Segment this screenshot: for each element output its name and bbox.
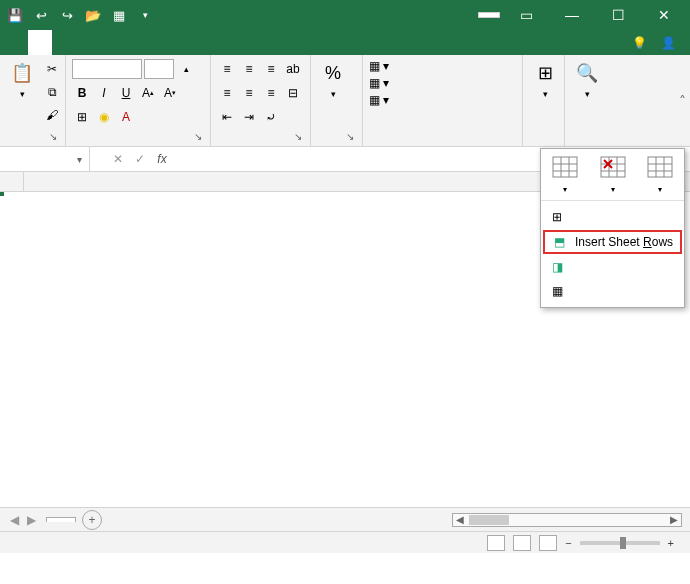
font-name-input[interactable] — [72, 59, 142, 79]
borders-icon[interactable]: ⊞ — [72, 107, 92, 127]
scroll-thumb[interactable] — [469, 515, 509, 525]
normal-view-icon[interactable] — [487, 535, 505, 551]
font-size-input[interactable] — [144, 59, 174, 79]
tell-me-button[interactable]: 💡 — [632, 36, 651, 50]
tab-help[interactable] — [196, 30, 220, 55]
redo-icon[interactable]: ↪ — [58, 6, 76, 24]
dialog-launcher-icon[interactable]: ↘ — [49, 131, 57, 142]
select-all-corner[interactable] — [0, 172, 24, 191]
ribbon: 📋 ▾ ✂ ⧉ 🖌 ↘ ▴ B I U A▴ A▾ — [0, 55, 690, 147]
cells-dropdown-panel: ▾ ▾ ▾ ⊞ ⬒ Insert Sheet Rows ◨ ▦ — [540, 148, 685, 308]
format-as-table-button[interactable]: ▦ ▾ — [369, 76, 389, 90]
sheet-nav-next-icon[interactable]: ▶ — [27, 513, 36, 527]
new-sheet-button[interactable]: + — [82, 510, 102, 530]
cells-icon: ⊞ — [533, 61, 557, 85]
decrease-indent-icon[interactable]: ⇤ — [217, 107, 237, 127]
grow-font-icon[interactable]: A▴ — [138, 83, 158, 103]
dialog-launcher-icon[interactable]: ↘ — [294, 131, 302, 142]
tab-page-layout[interactable] — [76, 30, 100, 55]
svg-rect-12 — [648, 157, 672, 177]
font-color-icon[interactable]: A — [116, 107, 136, 127]
group-clipboard: 📋 ▾ ✂ ⧉ 🖌 ↘ — [0, 55, 66, 146]
fill-color-icon[interactable]: ◉ — [94, 107, 114, 127]
conditional-formatting-button[interactable]: ▦ ▾ — [369, 59, 389, 73]
delete-split-button[interactable]: ▾ — [589, 149, 637, 200]
page-layout-view-icon[interactable] — [513, 535, 531, 551]
align-right-icon[interactable]: ≡ — [261, 83, 281, 103]
increase-font-icon[interactable]: ▴ — [176, 59, 196, 79]
dialog-launcher-icon[interactable]: ↘ — [194, 131, 202, 142]
percent-icon: % — [321, 61, 345, 85]
insert-sheet-rows-label: Insert Sheet Rows — [575, 235, 673, 249]
orientation-icon[interactable]: ⤾ — [261, 107, 281, 127]
insert-sheet-item[interactable]: ▦ — [541, 279, 684, 303]
tab-formulas[interactable] — [100, 30, 124, 55]
cell-styles-button[interactable]: ▦ ▾ — [369, 93, 389, 107]
align-middle-icon[interactable]: ≡ — [239, 59, 259, 79]
insert-sheet-columns-item[interactable]: ◨ — [541, 255, 684, 279]
chevron-down-icon: ▾ — [585, 89, 590, 99]
share-button[interactable]: 👤 — [661, 36, 680, 50]
cancel-formula-icon[interactable]: ✕ — [113, 152, 123, 166]
save-icon[interactable]: 💾 — [6, 6, 24, 24]
find-icon: 🔍 — [575, 61, 599, 85]
minimize-icon[interactable]: — — [552, 0, 592, 30]
fx-icon[interactable]: fx — [157, 152, 166, 166]
group-font: ▴ B I U A▴ A▾ ⊞ ◉ A ↘ — [66, 55, 211, 146]
insert-cells-item[interactable]: ⊞ — [541, 205, 684, 229]
cells-button[interactable]: ⊞ ▾ — [529, 59, 561, 101]
open-icon[interactable]: 📂 — [84, 6, 102, 24]
cut-icon[interactable]: ✂ — [42, 59, 62, 79]
insert-split-button[interactable]: ▾ — [541, 149, 589, 200]
tab-review[interactable] — [148, 30, 172, 55]
scroll-left-icon[interactable]: ◀ — [453, 514, 467, 525]
collapse-ribbon-icon[interactable]: ˄ — [679, 93, 686, 109]
undo-icon[interactable]: ↩ — [32, 6, 50, 24]
wrap-text-icon[interactable]: ab — [283, 59, 303, 79]
group-alignment: ≡ ≡ ≡ ab ≡ ≡ ≡ ⊟ ⇤ ⇥ ⤾ ↘ — [211, 55, 311, 146]
tab-view[interactable] — [172, 30, 196, 55]
format-split-button[interactable]: ▾ — [636, 149, 684, 200]
shrink-font-icon[interactable]: A▾ — [160, 83, 180, 103]
sheet-nav-prev-icon[interactable]: ◀ — [10, 513, 19, 527]
underline-button[interactable]: U — [116, 83, 136, 103]
zoom-in-icon[interactable]: + — [668, 537, 674, 549]
scroll-right-icon[interactable]: ▶ — [667, 514, 681, 525]
align-left-icon[interactable]: ≡ — [217, 83, 237, 103]
zoom-out-icon[interactable]: − — [565, 537, 571, 549]
name-box-input[interactable] — [0, 152, 70, 166]
enter-formula-icon[interactable]: ✓ — [135, 152, 145, 166]
copy-icon[interactable]: ⧉ — [42, 82, 62, 102]
number-format-button[interactable]: % ▾ — [317, 59, 349, 101]
editing-button[interactable]: 🔍 ▾ — [571, 59, 603, 101]
zoom-slider[interactable] — [580, 541, 660, 545]
qat-dropdown-icon[interactable]: ▾ — [136, 6, 154, 24]
maximize-icon[interactable]: ☐ — [598, 0, 638, 30]
align-top-icon[interactable]: ≡ — [217, 59, 237, 79]
ribbon-options-icon[interactable]: ▭ — [506, 0, 546, 30]
tab-insert[interactable] — [52, 30, 76, 55]
align-bottom-icon[interactable]: ≡ — [261, 59, 281, 79]
table-icon[interactable]: ▦ — [110, 6, 128, 24]
chevron-down-icon[interactable]: ▾ — [70, 154, 88, 165]
tab-home[interactable] — [28, 30, 52, 55]
increase-indent-icon[interactable]: ⇥ — [239, 107, 259, 127]
merge-icon[interactable]: ⊟ — [283, 83, 303, 103]
close-icon[interactable]: ✕ — [644, 0, 684, 30]
chevron-down-icon: ▾ — [331, 89, 336, 99]
page-break-view-icon[interactable] — [539, 535, 557, 551]
insert-sheet-rows-item[interactable]: ⬒ Insert Sheet Rows — [543, 230, 682, 254]
bold-button[interactable]: B — [72, 83, 92, 103]
dialog-launcher-icon[interactable]: ↘ — [346, 131, 354, 142]
paste-button[interactable]: 📋 ▾ — [6, 59, 38, 101]
tab-data[interactable] — [124, 30, 148, 55]
align-center-icon[interactable]: ≡ — [239, 83, 259, 103]
format-painter-icon[interactable]: 🖌 — [42, 105, 62, 125]
sheet-tab[interactable] — [46, 517, 76, 522]
tab-file[interactable] — [4, 30, 28, 55]
sign-in-button[interactable] — [478, 12, 500, 18]
ribbon-tabs: 💡 👤 — [0, 30, 690, 55]
italic-button[interactable]: I — [94, 83, 114, 103]
name-box[interactable]: ▾ — [0, 147, 90, 171]
horizontal-scrollbar[interactable]: ◀ ▶ — [452, 513, 682, 527]
